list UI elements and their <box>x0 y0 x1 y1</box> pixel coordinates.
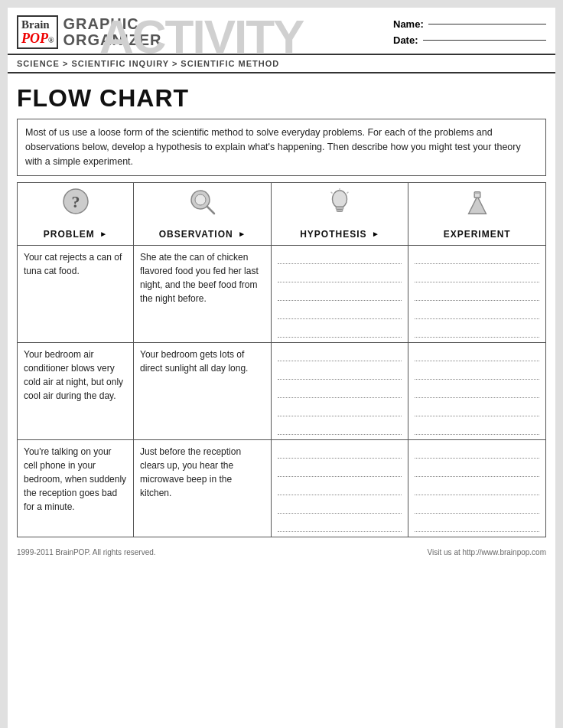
problem-arrow-icon: ► <box>99 230 107 238</box>
col-label-observation: OBSERVATION ► <box>140 227 265 240</box>
col-label-problem: PROBLEM ► <box>24 227 127 240</box>
page: ACTIVITY Brain POP® GRAPHIC ORGANIZER Na… <box>8 8 555 728</box>
lightbulb-icon <box>278 188 402 224</box>
intro-box: Most of us use a loose form of the scien… <box>17 119 546 175</box>
brain-text: Brain <box>21 18 54 31</box>
hypothesis-line <box>278 466 402 477</box>
problem-cell-0: Your cat rejects a can of tuna cat food. <box>18 245 134 342</box>
brainpop-logo: Brain POP® <box>17 15 58 49</box>
hypothesis-line <box>278 448 402 459</box>
hypothesis-line <box>278 406 402 416</box>
hypothesis-line <box>278 351 402 361</box>
svg-point-5 <box>332 190 347 207</box>
experiment-line <box>415 309 539 319</box>
svg-rect-12 <box>474 191 480 198</box>
hypothesis-line <box>278 309 402 319</box>
hypothesis-line <box>278 253 402 264</box>
svg-rect-6 <box>336 206 343 209</box>
hypothesis-cell-2[interactable] <box>271 439 408 537</box>
footer-right: Visit us at http://www.brainpop.com <box>428 548 546 557</box>
problem-cell-1: Your bedroom air conditioner blows very … <box>18 342 134 439</box>
experiment-line <box>415 521 539 532</box>
observation-cell-2: Just before the reception clears up, you… <box>134 439 272 537</box>
hypothesis-cell-1[interactable] <box>271 342 408 439</box>
experiment-line <box>415 369 539 380</box>
main-table: ? PROBLEM ► <box>17 182 546 537</box>
svg-line-4 <box>207 207 214 214</box>
date-label: Date: <box>393 34 418 46</box>
hypothesis-line <box>278 424 402 435</box>
logo-area: Brain POP® <box>17 15 63 49</box>
question-mark-icon: ? <box>24 188 127 224</box>
header-row: ? PROBLEM ► <box>18 182 546 245</box>
svg-text:?: ? <box>71 192 80 211</box>
col-header-hypothesis: HYPOTHESIS ► <box>271 182 408 245</box>
hypothesis-line <box>278 503 402 514</box>
footer-left: 1999-2011 BrainPOP. All rights reserved. <box>17 548 156 557</box>
name-row: Name: <box>393 18 546 30</box>
experiment-line <box>415 272 539 282</box>
pop-text: POP® <box>21 31 54 47</box>
flask-icon <box>415 188 539 224</box>
hypothesis-line <box>278 272 402 282</box>
experiment-line <box>415 503 539 514</box>
activity-watermark: ACTIVITY <box>99 9 303 64</box>
hypothesis-line <box>278 387 402 398</box>
footer: 1999-2011 BrainPOP. All rights reserved.… <box>8 544 555 561</box>
experiment-line <box>415 253 539 264</box>
hypothesis-line <box>278 369 402 380</box>
svg-rect-7 <box>337 209 343 211</box>
name-line <box>428 24 546 24</box>
hypothesis-line <box>278 485 402 495</box>
observation-arrow-icon: ► <box>238 230 246 238</box>
hypothesis-line <box>278 290 402 301</box>
page-title: FLOW CHART <box>8 73 555 119</box>
hypothesis-line <box>278 327 402 338</box>
hypothesis-arrow-icon: ► <box>372 230 379 238</box>
experiment-line <box>415 387 539 398</box>
hypothesis-line <box>278 521 402 532</box>
table-row: Your bedroom air conditioner blows very … <box>18 342 546 439</box>
experiment-cell-0[interactable] <box>408 245 546 342</box>
header: ACTIVITY Brain POP® GRAPHIC ORGANIZER Na… <box>8 8 555 55</box>
experiment-line <box>415 290 539 301</box>
svg-line-10 <box>347 191 349 193</box>
experiment-line <box>415 485 539 495</box>
svg-point-3 <box>195 194 206 205</box>
magnify-icon <box>140 188 265 224</box>
experiment-line <box>415 424 539 435</box>
date-row: Date: <box>393 34 546 46</box>
col-label-hypothesis: HYPOTHESIS ► <box>278 227 402 240</box>
hypothesis-cell-0[interactable] <box>271 245 408 342</box>
observation-cell-0: She ate the can of chicken flavored food… <box>134 245 272 342</box>
name-label: Name: <box>393 18 424 30</box>
name-date-area: Name: Date: <box>393 15 546 49</box>
experiment-line <box>415 466 539 477</box>
svg-line-9 <box>331 191 333 193</box>
date-line <box>423 40 546 41</box>
experiment-line <box>415 406 539 416</box>
col-header-observation: OBSERVATION ► <box>134 182 272 245</box>
experiment-line <box>415 351 539 361</box>
experiment-cell-1[interactable] <box>408 342 546 439</box>
problem-cell-2: You're talking on your cell phone in you… <box>18 439 134 537</box>
svg-marker-11 <box>468 196 486 214</box>
table-row: You're talking on your cell phone in you… <box>18 439 546 537</box>
observation-cell-1: Your bedroom gets lots of direct sunligh… <box>134 342 272 439</box>
experiment-line <box>415 327 539 338</box>
col-header-experiment: EXPERIMENT <box>408 182 546 245</box>
col-label-experiment: EXPERIMENT <box>415 227 539 240</box>
intro-text: Most of us use a loose form of the scien… <box>25 127 521 167</box>
table-row: Your cat rejects a can of tuna cat food.… <box>18 245 546 342</box>
experiment-line <box>415 448 539 459</box>
experiment-cell-2[interactable] <box>408 439 546 537</box>
col-header-problem: ? PROBLEM ► <box>18 182 134 245</box>
